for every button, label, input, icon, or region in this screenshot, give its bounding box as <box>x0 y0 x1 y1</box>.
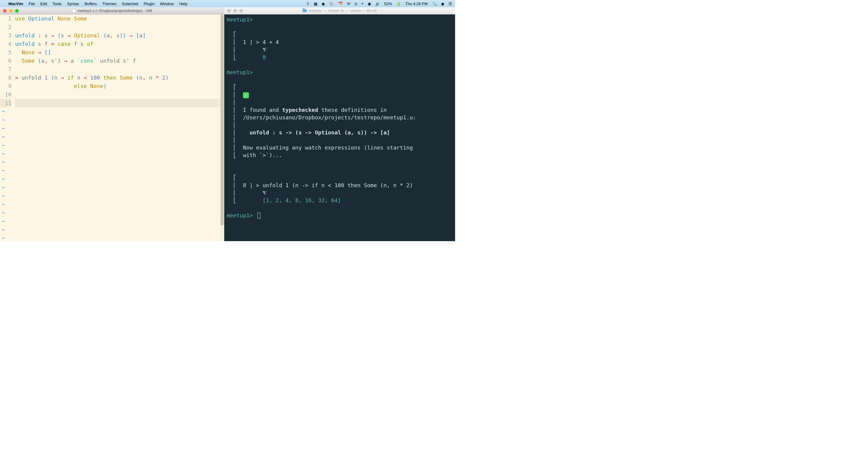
block-bracket: ⎢ <box>233 129 237 136</box>
app-menu[interactable]: MacVim <box>8 1 23 6</box>
menu-file[interactable]: File <box>29 1 35 6</box>
menu-tools[interactable]: Tools <box>53 1 61 6</box>
block-bracket: ⎡ <box>233 84 237 90</box>
datetime[interactable]: Thu 4:26 PM <box>405 1 428 6</box>
airplay-icon[interactable]: ⎚ <box>355 1 357 6</box>
vim-tilde: ~ <box>2 175 5 183</box>
vim-tilde: ~ <box>2 234 5 241</box>
editor-scrollbar[interactable] <box>220 14 224 241</box>
block-bracket: ⎢ <box>233 39 237 45</box>
code-line[interactable] <box>15 90 220 99</box>
terminal-titlebar[interactable]: testrepo — Unison ⚙ — unison — 60×35 <box>224 7 455 14</box>
battery-percent[interactable]: 52% <box>384 1 392 6</box>
menu-syntax[interactable]: Syntax <box>67 1 79 6</box>
line-number: 9 <box>0 82 11 90</box>
bluetooth-icon[interactable]: ⌖ <box>361 1 364 6</box>
watch-result: 8 <box>262 54 266 60</box>
wifi-icon[interactable]: ◉ <box>368 1 371 6</box>
line-number: 3 <box>0 31 11 40</box>
block-bracket: ⎢ <box>233 144 237 151</box>
vim-tilde-lines: ~~~~~~~~~~~~~~~~~ <box>0 107 5 241</box>
check-icon: ✓ <box>243 92 249 98</box>
file-path: /Users/pchiusano/Dropbox/projects/testre… <box>243 114 416 121</box>
terminal-title-mid: — Unison ⚙ — <box>324 9 348 13</box>
fullscreen-button[interactable] <box>15 9 19 13</box>
volume-icon[interactable]: 🔊 <box>375 1 380 6</box>
status-icon-1[interactable]: ▦ <box>314 1 317 6</box>
eval-msg: Now evaluating any watch expressions (li… <box>243 144 413 151</box>
folder-icon <box>303 9 307 12</box>
code-line[interactable]: use Optional None Some <box>15 14 220 23</box>
type-signature: unfold : s -> (s -> Optional (a, s)) -> … <box>250 129 390 136</box>
line-number: 4 <box>0 40 11 48</box>
minimize-button[interactable] <box>9 9 13 13</box>
dropbox-icon[interactable]: ⇪ <box>306 1 310 6</box>
prompt: meetup1> <box>227 212 253 219</box>
code-line[interactable]: > unfold 1 (n → if n < 100 then Some (n,… <box>15 73 220 82</box>
code-editor[interactable]: 1234567891011 use Optional None Some unf… <box>0 14 224 241</box>
code-line[interactable]: else None) <box>15 82 220 90</box>
spotlight-icon[interactable]: 🔍 <box>432 1 437 6</box>
calendar-icon[interactable]: 📅 <box>338 1 343 6</box>
siri-icon[interactable]: ◉ <box>441 1 444 6</box>
prompt: meetup1> <box>227 69 253 75</box>
menu-buffers[interactable]: Buffers <box>84 1 97 6</box>
line-number: 2 <box>0 23 11 31</box>
code-line[interactable]: Some (a, s') → a `cons` unfold s' f <box>15 57 220 65</box>
menu-solarized[interactable]: Solarized <box>122 1 138 6</box>
menu-themes[interactable]: Themes <box>102 1 116 6</box>
line-number: 11 <box>0 99 11 107</box>
menu-edit[interactable]: Edit <box>40 1 47 6</box>
macvim-titlebar[interactable]: meetup1.u (~/Dropbox/projects/testrepo) … <box>0 7 224 14</box>
line-number: 1 <box>0 14 11 23</box>
prompt: meetup1> <box>227 16 253 23</box>
block-bracket: ⎢ <box>233 107 237 113</box>
terminal-cursor <box>257 213 260 219</box>
close-button[interactable] <box>227 9 231 13</box>
code-line[interactable]: unfold : s → (s → Optional (a, s)) → [a] <box>15 31 220 40</box>
code-line[interactable] <box>15 23 220 31</box>
terminal-title: testrepo — Unison ⚙ — unison — 60×35 <box>224 9 455 13</box>
arrow-icon: ⧨ <box>262 47 267 53</box>
status-icon-2[interactable]: ◉ <box>321 1 325 6</box>
battery-icon[interactable]: 🔋 <box>396 1 401 6</box>
workspace: meetup1.u (~/Dropbox/projects/testrepo) … <box>0 7 455 241</box>
watch-result: [1, 2, 4, 8, 16, 32, 64] <box>262 197 341 204</box>
vim-tilde: ~ <box>2 217 5 225</box>
line-number: 10 <box>0 90 11 99</box>
status-icon-fork[interactable]: Ψ <box>347 1 350 6</box>
arrow-icon: ⧨ <box>262 190 267 196</box>
block-bracket: ⎢ <box>233 92 237 98</box>
menu-plugin[interactable]: Plugin <box>144 1 155 6</box>
vim-tilde: ~ <box>2 124 5 133</box>
line-number: 8 <box>0 73 11 82</box>
code-line[interactable] <box>15 99 220 107</box>
code-line[interactable]: unfold s f = case f s of <box>15 40 220 48</box>
watch-expr-line: 1 | > 4 + 4 <box>243 39 279 45</box>
vim-tilde: ~ <box>2 225 5 234</box>
menu-window[interactable]: Window <box>160 1 174 6</box>
line-number: 5 <box>0 48 11 57</box>
vim-tilde: ~ <box>2 209 5 217</box>
vim-tilde: ~ <box>2 107 5 116</box>
vim-tilde: ~ <box>2 133 5 141</box>
notifications-icon[interactable]: ☰ <box>448 1 452 6</box>
menu-help[interactable]: Help <box>179 1 187 6</box>
vim-tilde: ~ <box>2 158 5 166</box>
code-area[interactable]: use Optional None Some unfold : s → (s →… <box>14 14 220 241</box>
minimize-button[interactable] <box>233 9 237 13</box>
fullscreen-button[interactable] <box>239 9 243 13</box>
code-line[interactable]: None → [] <box>15 48 220 57</box>
line-number: 7 <box>0 65 11 73</box>
block-bracket: ⎣ <box>233 152 237 158</box>
evernote-icon[interactable]: 🐘 <box>329 1 334 6</box>
menubar-status: ⇪ ▦ ◉ 🐘 📅 Ψ ⎚ ⌖ ◉ 🔊 52% 🔋 Thu 4:26 PM 🔍 … <box>306 1 452 6</box>
scrollbar-thumb[interactable] <box>221 14 224 225</box>
block-bracket: ⎢ <box>233 47 237 53</box>
close-button[interactable] <box>3 9 7 13</box>
block-bracket: ⎢ <box>233 137 237 143</box>
code-line[interactable] <box>15 65 220 73</box>
eval-msg: with `>`)... <box>243 152 282 158</box>
block-bracket: ⎢ <box>233 122 237 128</box>
terminal-body[interactable]: meetup1> ⎡ ⎢ 1 | > 4 + 4 ⎢ ⧨ ⎣ 8 meetup1… <box>224 14 455 241</box>
